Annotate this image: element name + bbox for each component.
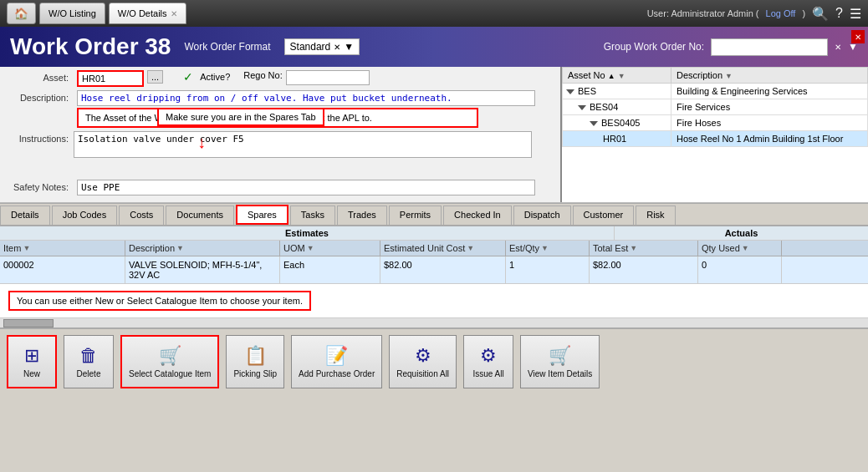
issue-icon: ⚙ bbox=[480, 345, 497, 367]
estimates-header-row: Estimates Actuals bbox=[0, 226, 868, 241]
tab-wo-listing[interactable]: W/O Listing bbox=[39, 3, 105, 24]
rego-input[interactable] bbox=[286, 70, 370, 85]
tab-details[interactable]: Details bbox=[0, 206, 50, 225]
asset-lookup-button[interactable]: ... bbox=[147, 70, 163, 84]
new-button[interactable]: ⊞ New bbox=[7, 335, 57, 388]
asset-row-bes[interactable]: BES Building & Engineering Services bbox=[563, 84, 868, 99]
group-wo-clear[interactable]: ✕ bbox=[835, 43, 841, 52]
tab-dispatch[interactable]: Dispatch bbox=[513, 206, 571, 225]
menu-icon[interactable]: ☰ bbox=[850, 6, 861, 22]
qtyused-sort-icon: ▼ bbox=[742, 244, 749, 252]
safety-textarea[interactable]: Use PPE bbox=[77, 180, 535, 195]
cell-item: 000002 bbox=[0, 256, 125, 283]
tab-costs[interactable]: Costs bbox=[119, 206, 164, 225]
tab-permits[interactable]: Permits bbox=[389, 206, 442, 225]
spares-annotation: Make sure you are in the Spares Tab bbox=[157, 108, 324, 126]
asset-row-bes0405[interactable]: BES0405 Fire Hoses bbox=[563, 115, 868, 131]
expand-bes-icon bbox=[566, 89, 574, 94]
catalogue-icon: 🛒 bbox=[159, 345, 181, 367]
column-headers: Item▼ Description▼ UOM▼ Estimated Unit C… bbox=[0, 241, 868, 256]
cell-qty: 1 bbox=[506, 256, 590, 283]
tab-checked-in[interactable]: Checked In bbox=[443, 206, 512, 225]
bottom-toolbar: ⊞ New 🗑 Delete 🛒 Select Catalogue Item 📋… bbox=[0, 327, 868, 394]
col-header-qtyused[interactable]: Qty Used▼ bbox=[698, 241, 782, 256]
desc-sort-icon: ▼ bbox=[176, 244, 184, 252]
sort-asc-icon: ▲ bbox=[608, 72, 615, 80]
format-selector[interactable]: Standard ✕ ▼ bbox=[284, 38, 360, 55]
group-wo-input[interactable] bbox=[711, 38, 828, 56]
desc-filter-icon[interactable]: ▼ bbox=[725, 72, 733, 80]
actuals-label: Actuals bbox=[615, 226, 868, 240]
format-clear-icon[interactable]: ✕ bbox=[334, 43, 340, 52]
euc-sort-icon: ▼ bbox=[467, 244, 474, 252]
format-dropdown-icon[interactable]: ▼ bbox=[344, 41, 354, 53]
close-button[interactable]: ✕ bbox=[851, 30, 865, 43]
picking-slip-button[interactable]: 📋 Picking Slip bbox=[226, 335, 284, 388]
user-info: User: Administrator Admin (Log Off) 🔍 ? … bbox=[647, 6, 861, 22]
asset-panel: Asset No ▲ ▼ Description ▼ BES Building … bbox=[560, 67, 868, 202]
total-sort-icon: ▼ bbox=[630, 244, 637, 252]
active-checkmark: ✓ bbox=[183, 70, 193, 84]
asset-input[interactable] bbox=[77, 70, 144, 87]
title-bar: Work Order 38 Work Order Format Standard… bbox=[0, 27, 868, 67]
tab-tasks[interactable]: Tasks bbox=[290, 206, 335, 225]
instructions-row: Instructions: Isolation valve under cove… bbox=[7, 131, 554, 176]
cell-uom: Each bbox=[280, 256, 380, 283]
delete-icon: 🗑 bbox=[79, 345, 98, 367]
col-header-total[interactable]: Total Est▼ bbox=[590, 241, 698, 256]
estqty-sort-icon: ▼ bbox=[541, 244, 549, 252]
picking-slip-icon: 📋 bbox=[244, 345, 267, 367]
instructions-textarea[interactable]: Isolation valve under cover F5 bbox=[74, 131, 532, 158]
top-icons: 🔍 ? ☰ bbox=[812, 6, 861, 22]
spares-arrow: ↓ bbox=[197, 133, 206, 152]
tab-documents[interactable]: Documents bbox=[166, 206, 234, 225]
item-sort-icon: ▼ bbox=[23, 244, 30, 252]
view-details-icon: 🛒 bbox=[549, 345, 571, 367]
col-header-uom[interactable]: UOM▼ bbox=[280, 241, 380, 256]
asset-row-hr01[interactable]: HR01 Hose Reel No 1 Admin Building 1st F… bbox=[563, 131, 868, 147]
purchase-order-icon: 📝 bbox=[325, 345, 348, 367]
help-icon[interactable]: ? bbox=[835, 6, 843, 22]
filter-icon[interactable]: ▼ bbox=[618, 72, 625, 80]
cell-qtyused: 0 bbox=[698, 256, 782, 283]
active-section: ✓ Active? bbox=[183, 70, 230, 84]
tab-wo-details[interactable]: W/O Details ✕ bbox=[109, 3, 186, 24]
bottom-annotation-area: You can use either New or Select Catalog… bbox=[0, 284, 868, 317]
estimates-label: Estimates bbox=[0, 226, 615, 240]
asset-row-bes04[interactable]: BES04 Fire Services bbox=[563, 99, 868, 115]
col-header-euc[interactable]: Estimated Unit Cost▼ bbox=[380, 241, 506, 256]
catalogue-annotation: You can use either New or Select Catalog… bbox=[8, 291, 311, 311]
form-area: Asset: ... ✓ Active? Rego No: Descriptio… bbox=[0, 67, 560, 202]
cell-total: $82.00 bbox=[590, 256, 698, 283]
tab-trades[interactable]: Trades bbox=[337, 206, 387, 225]
description-header: Description ▼ bbox=[671, 68, 868, 84]
add-purchase-order-button[interactable]: 📝 Add Purchase Order bbox=[291, 335, 382, 388]
col-header-item[interactable]: Item▼ bbox=[0, 241, 125, 256]
uom-sort-icon: ▼ bbox=[307, 244, 314, 252]
tabs-bar: Details Job Codes Costs Documents Spares… bbox=[0, 203, 868, 226]
tab-spares[interactable]: Spares bbox=[236, 205, 288, 225]
search-icon[interactable]: 🔍 bbox=[812, 6, 829, 22]
delete-button[interactable]: 🗑 Delete bbox=[64, 335, 114, 388]
issue-all-button[interactable]: ⚙ Issue All bbox=[463, 335, 513, 388]
home-button[interactable]: 🏠 bbox=[7, 3, 36, 24]
select-catalogue-button[interactable]: 🛒 Select Catalogue Item bbox=[120, 335, 219, 388]
horizontal-scrollbar[interactable] bbox=[0, 317, 868, 327]
table-row[interactable]: 000002 VALVE SOLENOID; MFH-5-1/4", 32V A… bbox=[0, 256, 868, 284]
cell-description: VALVE SOLENOID; MFH-5-1/4", 32V AC bbox=[125, 256, 280, 283]
logoff-link[interactable]: Log Off bbox=[766, 8, 796, 18]
description-textarea[interactable]: Hose reel dripping from on / off valve. … bbox=[77, 90, 535, 106]
page-title: Work Order 38 bbox=[10, 33, 171, 60]
scrollbar-thumb[interactable] bbox=[3, 319, 54, 327]
requisition-icon: ⚙ bbox=[415, 345, 431, 367]
requisition-all-button[interactable]: ⚙ Requisition All bbox=[389, 335, 457, 388]
tab-job-codes[interactable]: Job Codes bbox=[52, 206, 118, 225]
col-header-estqty[interactable]: Est/Qty▼ bbox=[506, 241, 590, 256]
col-header-description[interactable]: Description▼ bbox=[125, 241, 280, 256]
tab-risk[interactable]: Risk bbox=[636, 206, 675, 225]
group-wo-section: Group Work Order No: ✕ ▼ bbox=[604, 38, 858, 56]
expand-bes04-icon bbox=[578, 105, 586, 110]
close-tab-icon[interactable]: ✕ bbox=[171, 9, 177, 18]
tab-customer[interactable]: Customer bbox=[573, 206, 635, 225]
view-item-details-button[interactable]: 🛒 View Item Details bbox=[520, 335, 600, 388]
